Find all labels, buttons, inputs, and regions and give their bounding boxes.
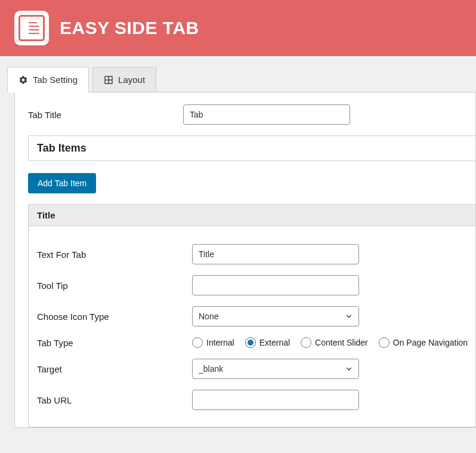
text-for-tab-label: Text For Tab bbox=[37, 249, 192, 260]
tab-item-header[interactable]: Title bbox=[29, 205, 475, 226]
tab-type-label: Tab Type bbox=[37, 338, 192, 348]
tab-layout-label: Layout bbox=[118, 75, 145, 85]
tab-type-radio-group: Internal External Content Slider On bbox=[192, 337, 468, 348]
radio-icon bbox=[301, 337, 311, 348]
target-select[interactable]: _blank bbox=[192, 359, 359, 379]
tab-title-input[interactable] bbox=[183, 104, 350, 125]
radio-icon bbox=[379, 337, 390, 348]
radio-on-page-navigation[interactable]: On Page Navigation bbox=[379, 337, 468, 348]
tab-url-label: Tab URL bbox=[37, 395, 192, 405]
radio-external[interactable]: External bbox=[245, 337, 290, 348]
choose-icon-type-label: Choose Icon Type bbox=[37, 312, 192, 322]
tab-item-panel: Title Text For Tab Tool Tip Choose Icon … bbox=[28, 204, 475, 427]
tab-title-label: Tab Title bbox=[28, 110, 183, 120]
plugin-header: EASY SIDE TAB bbox=[0, 0, 476, 56]
radio-external-label: External bbox=[259, 338, 290, 347]
main-tabs: Tab Setting Layout bbox=[7, 67, 476, 93]
plugin-title: EASY SIDE TAB bbox=[60, 18, 199, 38]
choose-icon-type-select[interactable]: None bbox=[192, 306, 359, 326]
radio-internal-label: Internal bbox=[206, 338, 234, 347]
layout-grid-icon bbox=[104, 75, 113, 85]
tab-items-header: Tab Items bbox=[28, 135, 475, 161]
plugin-logo bbox=[14, 11, 49, 45]
tool-tip-input[interactable] bbox=[192, 275, 359, 295]
text-for-tab-input[interactable] bbox=[192, 244, 359, 264]
gear-icon bbox=[18, 75, 28, 85]
radio-icon bbox=[192, 337, 203, 348]
add-tab-item-button[interactable]: Add Tab Item bbox=[28, 173, 96, 193]
tab-setting[interactable]: Tab Setting bbox=[7, 67, 89, 93]
radio-internal[interactable]: Internal bbox=[192, 337, 234, 348]
radio-on-page-navigation-label: On Page Navigation bbox=[393, 338, 468, 347]
tab-setting-label: Tab Setting bbox=[33, 75, 78, 85]
radio-content-slider-label: Content Slider bbox=[315, 338, 368, 347]
tool-tip-label: Tool Tip bbox=[37, 281, 192, 291]
tab-url-input[interactable] bbox=[192, 390, 359, 410]
radio-content-slider[interactable]: Content Slider bbox=[301, 337, 368, 348]
settings-panel: Tab Title Tab Items Add Tab Item Title T… bbox=[14, 92, 476, 428]
target-label: Target bbox=[37, 364, 192, 374]
tab-layout[interactable]: Layout bbox=[92, 67, 156, 93]
radio-checked-icon bbox=[245, 337, 256, 348]
